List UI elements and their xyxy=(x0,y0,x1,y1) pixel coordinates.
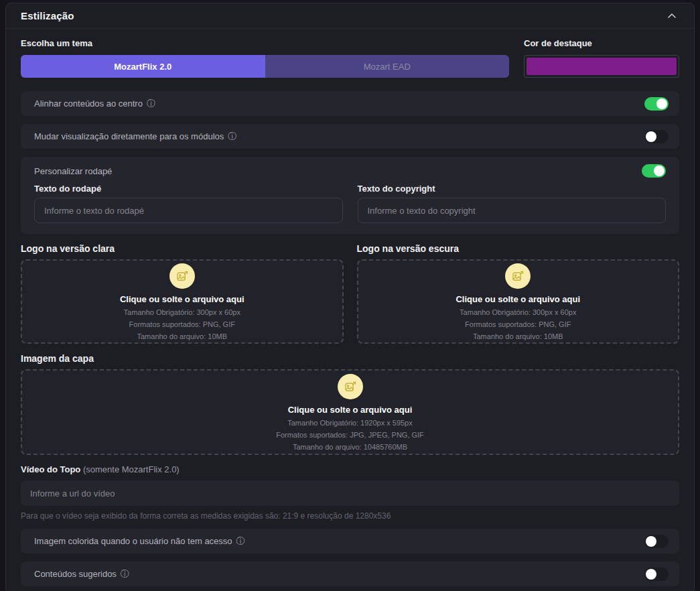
suggested-content-toggle[interactable] xyxy=(644,568,669,581)
panel-header: Estilização xyxy=(6,3,694,29)
toggle-knob xyxy=(646,131,656,142)
dropzone-max-size: Tamanho do arquivo: 10MB xyxy=(473,332,563,340)
custom-footer-toggle[interactable] xyxy=(642,164,666,178)
dropzone-max-size: Tamanho do arquivo: 10MB xyxy=(137,332,227,340)
direct-modules-toggle[interactable] xyxy=(644,130,669,143)
toggle-label-text: Imagem colorida quando o usuário não tem… xyxy=(34,536,232,546)
dropzone-cta: Clique ou solte o arquivo aqui xyxy=(120,294,244,304)
video-section: Vídeo do Topo (somente MozartFlix 2.0) P… xyxy=(21,464,679,521)
logo-dark-dropzone[interactable]: Clique ou solte o arquivo aqui Tamanho O… xyxy=(357,259,680,344)
image-upload-icon xyxy=(505,263,531,289)
logo-light-label: Logo na versão clara xyxy=(21,243,344,254)
info-icon[interactable]: ⓘ xyxy=(228,132,236,141)
page-title: Estilização xyxy=(21,10,74,21)
dropzone-size: Tamanho Obrigatório: 300px x 60px xyxy=(460,308,576,316)
panel-body: Escolha um tema MozartFlix 2.0 Mozart EA… xyxy=(6,29,694,591)
video-helper-text: Para que o vídeo seja exibido da forma c… xyxy=(21,511,679,521)
toggle-row-direct-modules: Mudar visualização diretamente para os m… xyxy=(21,124,679,149)
chevron-up-icon xyxy=(667,11,677,21)
dropzone-formats: Formatos suportados: PNG, GIF xyxy=(465,320,571,328)
toggle-knob xyxy=(656,98,667,109)
toggle-row-label: Conteúdos sugeridos ⓘ xyxy=(34,569,129,579)
footer-text-input[interactable] xyxy=(34,198,343,223)
accent-color-swatch xyxy=(527,58,677,75)
logo-dark-label: Logo na versão escura xyxy=(357,243,680,254)
theme-segmented-control: MozartFlix 2.0 Mozart EAD xyxy=(21,55,509,78)
video-label-note: (somente MozartFlix 2.0) xyxy=(83,464,180,474)
dropzone-max-size: Tamanho do arquivo: 10485760MB xyxy=(293,443,407,451)
video-label-bold: Vídeo do Topo xyxy=(21,464,80,474)
info-icon[interactable]: ⓘ xyxy=(236,537,245,545)
image-upload-icon xyxy=(169,263,195,289)
dropzone-cta: Clique ou solte o arquivo aqui xyxy=(288,405,413,415)
theme-section: Escolha um tema MozartFlix 2.0 Mozart EA… xyxy=(21,38,679,78)
theme-label: Escolha um tema xyxy=(21,38,509,48)
toggle-label-text: Alinhar conteúdos ao centro xyxy=(34,98,143,109)
toggle-row-suggested-content: Conteúdos sugeridos ⓘ xyxy=(21,562,679,586)
theme-option-mozartflix[interactable]: MozartFlix 2.0 xyxy=(21,55,265,78)
video-url-input[interactable] xyxy=(21,480,679,506)
video-label: Vídeo do Topo (somente MozartFlix 2.0) xyxy=(21,464,679,474)
accent-color-label: Cor de destaque xyxy=(524,38,679,48)
accent-color-input[interactable] xyxy=(524,55,679,78)
toggle-row-colored-image: Imagem colorida quando o usuário não tem… xyxy=(21,529,679,553)
copyright-text-label: Texto do copyright xyxy=(358,184,667,194)
toggle-knob xyxy=(654,166,664,176)
toggle-knob xyxy=(646,536,656,547)
info-icon[interactable]: ⓘ xyxy=(147,99,155,108)
toggle-label-text: Personalizar rodapé xyxy=(34,166,112,176)
custom-footer-label: Personalizar rodapé xyxy=(34,166,112,176)
info-icon[interactable]: ⓘ xyxy=(121,570,129,578)
toggle-row-align-center: Alinhar conteúdos ao centro ⓘ xyxy=(21,91,679,116)
toggle-row-label: Mudar visualização diretamente para os m… xyxy=(34,131,236,141)
dropzone-formats: Formatos suportados: PNG, GIF xyxy=(129,320,235,328)
cover-dropzone[interactable]: Clique ou solte o arquivo aqui Tamanho O… xyxy=(21,369,679,455)
dropzone-formats: Formatos suportados: JPG, JPEG, PNG, GIF xyxy=(276,431,424,439)
styling-panel: Estilização Escolha um tema MozartFlix 2… xyxy=(5,3,695,591)
footer-text-label: Texto do rodapé xyxy=(34,184,343,194)
copyright-text-input[interactable] xyxy=(358,198,667,223)
toggle-row-label: Imagem colorida quando o usuário não tem… xyxy=(34,536,245,546)
toggle-knob xyxy=(646,569,656,580)
colored-image-toggle[interactable] xyxy=(644,535,669,548)
logo-light-dropzone[interactable]: Clique ou solte o arquivo aqui Tamanho O… xyxy=(21,259,344,344)
toggle-row-label: Alinhar conteúdos ao centro ⓘ xyxy=(34,98,155,109)
dropzone-size: Tamanho Obrigatório: 1920px x 595px xyxy=(287,419,413,427)
toggle-label-text: Mudar visualização diretamente para os m… xyxy=(34,131,224,141)
cover-section: Imagem da capa Clique ou solte o arquivo… xyxy=(21,353,679,455)
collapse-button[interactable] xyxy=(664,8,679,23)
toggle-label-text: Conteúdos sugeridos xyxy=(34,569,117,579)
dropzone-cta: Clique ou solte o arquivo aqui xyxy=(456,294,580,304)
image-upload-icon xyxy=(338,374,363,399)
dropzone-size: Tamanho Obrigatório: 300px x 60px xyxy=(124,308,240,316)
align-center-toggle[interactable] xyxy=(644,97,669,111)
logos-section: Logo na versão clara Clique ou solte o a… xyxy=(21,243,679,344)
cover-label: Imagem da capa xyxy=(21,353,679,364)
custom-footer-card: Personalizar rodapé Texto do rodapé Text… xyxy=(21,157,679,234)
theme-option-mozart-ead[interactable]: Mozart EAD xyxy=(265,55,510,78)
